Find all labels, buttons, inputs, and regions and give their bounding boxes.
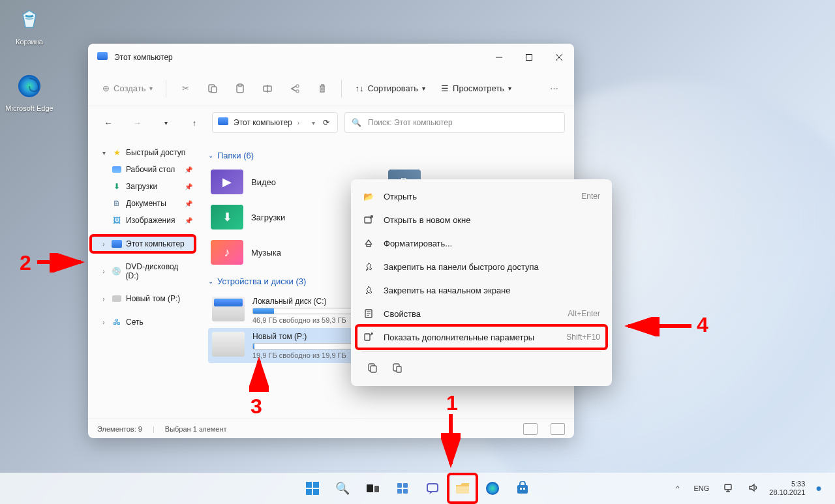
svg-rect-20 (371, 366, 376, 372)
copy-button[interactable] (200, 77, 225, 100)
drive-icon (212, 332, 245, 357)
drive-p-selected[interactable]: Новый том (P:) 19,9 ГБ свободно из 19,9 … (208, 328, 358, 363)
svg-rect-18 (365, 334, 370, 340)
address-bar[interactable]: Этот компьютер › ▾ ⟳ (212, 112, 338, 133)
new-window-icon (363, 214, 374, 226)
up-button[interactable]: ↑ (183, 111, 205, 134)
refresh-button[interactable]: ⟳ (320, 118, 332, 127)
network-icon (723, 483, 734, 492)
tray-language[interactable]: ENG (690, 482, 713, 495)
network-icon: 🖧 (112, 317, 122, 327)
tray-clock[interactable]: 5:33 28.10.2021 (769, 480, 805, 497)
task-view-button[interactable] (359, 475, 386, 501)
context-menu: 📂 Открыть Enter Открыть в новом окне Фор… (351, 179, 612, 386)
tiles-view-button[interactable] (551, 423, 565, 435)
search-input[interactable]: 🔍 Поиск: Этот компьютер (344, 112, 565, 133)
ctx-properties[interactable]: Свойства Alt+Enter (356, 302, 607, 325)
titlebar[interactable]: Этот компьютер (88, 44, 574, 71)
folder-downloads[interactable]: ⬇ Загрузки (208, 202, 365, 232)
svg-rect-8 (238, 84, 242, 86)
rename-button[interactable] (255, 77, 280, 100)
folder-music[interactable]: ♪ Музыка (208, 237, 365, 267)
scissors-icon: ✂ (182, 83, 189, 93)
ctx-open[interactable]: 📂 Открыть Enter (356, 185, 607, 208)
pin-icon (363, 261, 374, 273)
chevron-right-icon: › (100, 241, 108, 248)
forward-button[interactable]: → (126, 111, 148, 134)
ctx-open-new-window[interactable]: Открыть в новом окне (356, 208, 607, 231)
search-button[interactable]: 🔍 (329, 475, 356, 501)
taskbar: 🔍 ^ ENG 5:33 28.10.2021 ● (0, 473, 835, 504)
document-icon: 🗎 (112, 198, 122, 209)
breadcrumb: Этот компьютер (234, 118, 292, 127)
desktop-icon-recycle-bin[interactable]: Корзина (5, 4, 53, 46)
desktop-icon-edge[interactable]: Microsoft Edge (5, 70, 53, 112)
ctx-copy-button[interactable] (363, 359, 382, 377)
svg-rect-29 (306, 489, 312, 495)
copy-icon (207, 83, 218, 94)
ctx-format[interactable]: Форматировать... (356, 231, 607, 255)
svg-rect-33 (397, 483, 402, 488)
details-view-button[interactable] (523, 423, 538, 435)
sidebar-item-network[interactable]: › 🖧 Сеть (91, 314, 195, 331)
ctx-pin-start[interactable]: Закрепить на начальном экране (356, 278, 607, 302)
ctx-paste-button[interactable] (387, 359, 407, 377)
sidebar-item-documents[interactable]: 🗎 Документы 📌 (91, 195, 195, 212)
svg-rect-31 (367, 484, 373, 492)
folder-video[interactable]: ▶ Видео (208, 167, 365, 197)
new-button[interactable]: ⊕ Создать ▾ (96, 80, 159, 97)
svg-rect-40 (520, 488, 522, 490)
paste-button[interactable] (228, 77, 252, 100)
svg-rect-6 (211, 87, 217, 93)
start-button[interactable] (299, 475, 326, 501)
sidebar-item-pictures[interactable]: 🖼 Изображения 📌 (91, 212, 195, 229)
recent-button[interactable]: ▾ (155, 111, 177, 134)
sidebar-quick-access[interactable]: ▾ ★ Быстрый доступ (91, 144, 195, 161)
sidebar-item-desktop[interactable]: Рабочий стол 📌 (91, 161, 195, 178)
tray-notification[interactable]: ● (812, 480, 826, 497)
sidebar-item-new-volume[interactable]: › Новый том (P:) (91, 290, 195, 307)
svg-rect-32 (374, 486, 379, 492)
widgets-button[interactable] (389, 475, 416, 501)
sidebar-item-this-pc[interactable]: › Этот компьютер (91, 235, 195, 252)
svg-point-38 (486, 482, 499, 495)
tray-network[interactable] (720, 481, 738, 496)
pin-icon: 📌 (185, 166, 192, 173)
close-button[interactable] (544, 44, 574, 71)
more-button[interactable]: ⋯ (541, 77, 566, 100)
store-button[interactable] (509, 475, 536, 501)
ctx-pin-quick-access[interactable]: Закрепить на панели быстрого доступа (356, 255, 607, 278)
delete-button[interactable] (310, 77, 335, 100)
svg-rect-2 (526, 55, 532, 61)
sidebar: ▾ ★ Быстрый доступ Рабочий стол 📌 ⬇ Загр… (88, 139, 198, 419)
view-button[interactable]: ☰ Просмотреть ▾ (434, 80, 518, 97)
svg-rect-37 (427, 484, 438, 492)
pin-icon: 📌 (185, 183, 192, 190)
arrow-2 (34, 253, 86, 273)
ellipsis-icon: ⋯ (550, 83, 558, 93)
edge-button[interactable] (479, 475, 506, 501)
back-button[interactable]: ← (97, 111, 119, 134)
plus-icon: ⊕ (102, 83, 110, 93)
recycle-bin-icon (14, 4, 45, 35)
tray-volume[interactable] (744, 481, 763, 496)
ctx-show-more-options[interactable]: Показать дополнительные параметры Shift+… (356, 325, 607, 349)
statusbar: Элементов: 9 | Выбран 1 элемент (88, 419, 574, 438)
share-button[interactable] (282, 77, 307, 100)
sidebar-item-dvd[interactable]: › 💿 DVD-дисковод (D:) (91, 259, 195, 284)
search-icon: 🔍 (335, 481, 350, 496)
chat-button[interactable] (419, 475, 446, 501)
pc-icon (112, 239, 122, 249)
sort-button[interactable]: ↑↓ Сортировать ▾ (348, 80, 432, 97)
explorer-button[interactable] (449, 475, 476, 501)
cut-button[interactable]: ✂ (173, 77, 198, 100)
pc-icon (218, 117, 228, 128)
taskview-icon (365, 481, 380, 496)
tray-chevron[interactable]: ^ (672, 482, 683, 495)
drive-c[interactable]: Локальный диск (C:) 46,9 ГБ свободно из … (208, 293, 358, 328)
section-folders[interactable]: ⌄ Папки (6) (208, 151, 564, 160)
sidebar-item-downloads[interactable]: ⬇ Загрузки 📌 (91, 178, 195, 195)
minimize-button[interactable] (484, 44, 514, 71)
maximize-button[interactable] (514, 44, 544, 71)
search-icon: 🔍 (352, 118, 361, 127)
